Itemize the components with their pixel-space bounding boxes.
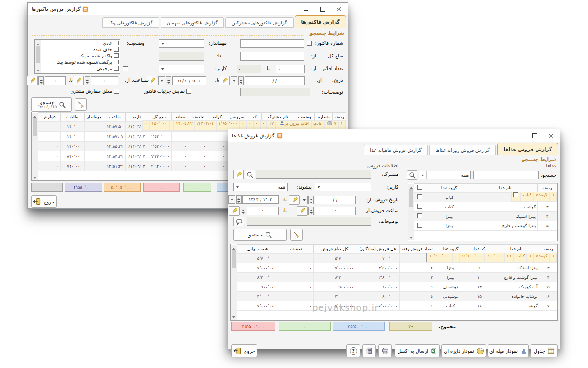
invoice-no-input[interactable]: ۰ [240,39,304,48]
prefix-select[interactable]: همه [233,183,288,191]
row-checkbox[interactable] [417,204,422,209]
column-header-name[interactable]: نام غذا [473,184,538,192]
table-row-4[interactable]: ۴پیتزا گوشت و قارچ۱۰پیتزا۳۲٬۸۰۰٬۰۰۰۸٬۴۰۰… [237,273,557,282]
select-all-checkbox[interactable] [417,185,422,190]
close-button[interactable] [331,3,347,15]
scroll-down-icon[interactable] [32,175,38,180]
items-to-input[interactable]: ۰ [237,65,261,73]
spinner[interactable] [308,207,314,215]
description-note-button[interactable] [233,217,244,226]
row-checkbox[interactable] [417,194,422,199]
table-row-1[interactable]: ۱کوبیده۷کباب۲۱۶۰۰٬۰۰۰۱۲٬۶۰۰٬۰۰۰۰۱۲٬۶۰۰٬۰… [426,253,557,262]
column-header-num[interactable]: شماره [315,113,333,121]
table-row-6[interactable]: ۶نوشابه خانواده۱۵نوشيدني۵۸۰۰٬۰۰۰۴٬۰۰۰٬۰۰… [237,292,557,301]
show-details-option[interactable]: نمایش جزئیات فاکتور [144,89,191,94]
scrollbar[interactable] [408,184,414,240]
invoice-report-tab-1[interactable]: گزارش فاکتورهای مشترکین [225,17,293,28]
table-view-button[interactable]: جدول [531,344,558,357]
table-row-4[interactable]: ۴پیتزا استیکپیتزا [414,212,557,221]
calculator-button[interactable] [362,344,376,357]
search-button[interactable]: جستجو [233,229,287,241]
description-input[interactable] [247,217,371,226]
row-checkbox[interactable] [417,223,422,228]
food-report-tab-0[interactable]: گزارش فروش غذاها [497,143,558,155]
spinner[interactable] [85,76,90,85]
close-button[interactable] [543,129,559,142]
status-listbox[interactable]: عادیحذف شدهواگذار شده به پیکبرگشت/تسویه … [34,39,120,74]
total-from-input[interactable]: ۰ [240,52,304,61]
time-from-edit-button[interactable] [73,76,84,85]
column-header-host[interactable]: مهماندار [84,113,104,121]
spinner[interactable] [236,195,242,204]
sale-time-edit-button[interactable] [297,206,308,216]
scrollbar[interactable] [35,40,41,73]
status-option-checkbox[interactable] [114,60,119,64]
minimize-button[interactable] [510,129,526,142]
column-header-code[interactable]: کد غذا [466,245,493,253]
exit-button[interactable]: خروج [31,195,57,208]
customer-edit-button[interactable] [233,170,244,179]
column-header-status[interactable]: وضعیت [294,113,315,121]
sale-time-from-input[interactable]: : [315,207,356,215]
column-header-qty[interactable]: تعداد فروش رفته [399,245,435,253]
minimize-button[interactable] [298,3,314,15]
clear-filters-button[interactable] [290,229,303,241]
status-option-1[interactable]: حذف شده [35,46,120,52]
pending-order-option[interactable]: معلق سفارش مشتری [71,89,119,94]
sale-date-edit-button[interactable] [289,195,300,205]
scroll-thumb[interactable] [232,250,236,268]
spinner[interactable] [241,207,246,215]
pending-order-checkbox[interactable] [114,89,119,94]
invoice-report-tab-0[interactable]: گزارش فاکتورها [295,15,346,28]
invoice-no-checkbox[interactable] [307,41,312,46]
date-from-input[interactable]: / / [245,76,305,85]
status-filter-checkbox[interactable] [123,66,128,71]
scroll-thumb[interactable] [33,118,37,136]
titlebar[interactable]: گزارش فروش غذاها [228,129,560,142]
sale-time-to-input[interactable]: : [247,207,279,215]
column-header-avg[interactable]: فی فروش (میانگین) [356,245,400,253]
status-option-0[interactable]: عادی [35,40,120,46]
column-header-name[interactable]: نام غذا [493,245,540,253]
column-header-final[interactable]: قیمت نهایی [237,245,278,253]
customer-search-button[interactable] [245,170,255,179]
help-button[interactable]: ? [346,344,360,357]
sale-time-to-edit-button[interactable] [229,206,240,216]
scroll-down-icon[interactable] [35,67,41,73]
total-to-input[interactable]: ۰ [159,52,204,61]
date-to-input[interactable]: ۱۴۰۴ / ۴ /۲۴ [172,76,206,85]
maximize-button[interactable] [526,129,543,142]
time-from-input[interactable]: : [91,76,118,85]
user-select[interactable] [315,183,371,191]
column-header-row[interactable]: ردیف [333,113,346,121]
chevron-down-icon[interactable] [228,195,235,204]
table-row-5[interactable]: ۵پیتزا گوشت و قارچپیتزا [414,221,557,231]
customer-input[interactable] [256,170,371,179]
column-header-discount[interactable]: تخفیف [278,245,314,253]
scrollbar[interactable] [32,113,38,180]
titlebar[interactable]: گزارش فروش فاکتورها [28,3,348,15]
table-row-3[interactable]: ۳گوشتکباب [414,202,557,212]
date-from-edit-button[interactable] [219,76,230,85]
chevron-down-icon[interactable] [158,76,165,85]
row-checkbox[interactable] [513,192,518,197]
export-excel-button[interactable]: ارسال به اکسل [395,344,440,357]
invoice-report-tab-2[interactable]: گزارش فاکتورهای میهمان [161,17,224,28]
table-row-5[interactable]: ۵آب کوچیک۱۳نوشيدني۹۱۰۰٬۰۰۰۹۰۰٬۰۰۰۰۹۰۰٬۰۰… [237,282,557,292]
column-header-row[interactable]: ردیف [538,184,557,192]
spinner[interactable] [38,76,44,85]
row-checkbox[interactable] [417,213,422,218]
chevron-down-icon[interactable] [231,76,237,85]
scroll-up-icon[interactable] [231,245,237,250]
foods-search-button[interactable] [407,170,417,180]
invoice-report-tab-3[interactable]: گزارش فاکتورهای پیک [102,17,159,28]
scroll-thumb[interactable] [36,46,40,63]
column-header-group[interactable]: گروه غذا [435,245,466,253]
foods-filter-select[interactable]: همه [419,171,471,179]
spinner[interactable] [166,76,171,85]
sale-date-to-input[interactable]: ۱۴۰۴ / ۴ /۲۳ [242,195,279,204]
table-row-7[interactable]: ۷گوشت۱۶کباب۱۷٬۰۰۰٬۰۰۰۷٬۰۰۰٬۰۰۰۰۷٬۰۰۰٬۰۰۰ [237,301,557,311]
column-header-group[interactable]: گروه غذا [426,184,473,192]
scroll-up-icon[interactable] [35,40,41,46]
exit-button[interactable]: خروج [231,344,257,357]
